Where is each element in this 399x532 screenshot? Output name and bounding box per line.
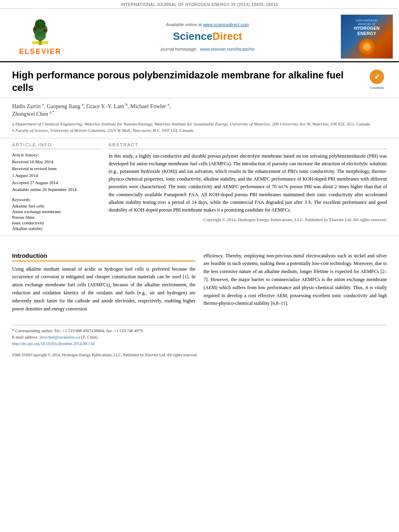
sd-logo-orange: Direct — [212, 30, 242, 42]
keyword-3: Porous films — [12, 215, 101, 220]
sciencedirect-logo: ScienceDirect — [173, 30, 242, 43]
article-info-header: ARTICLE INFO — [12, 142, 101, 149]
keyword-1: Alkaline fuel cells — [12, 203, 101, 208]
article-title: High performance porous polybenzimidazol… — [12, 69, 359, 94]
doi-note: http://dx.doi.org/10.1016/j.ijhydene.201… — [12, 341, 387, 347]
footnote-section: * Corresponding author. Tel.: +1 519 888… — [12, 325, 387, 347]
keyword-5: Alkaline stability — [12, 226, 101, 231]
article-title-section: High performance porous polybenzimidazol… — [0, 62, 399, 98]
corresponding-text: * Corresponding author. Tel.: +1 519 888… — [12, 329, 144, 333]
elsevier-wordmark: ELSEVIER — [19, 47, 61, 56]
journal-header-bar: INTERNATIONAL JOURNAL OF HYDROGEN ENERGY… — [0, 0, 399, 9]
aff-a-text: a Department of Chemical Engineering, Wa… — [12, 121, 370, 127]
authors-list: Hadis Zarrin a, Gaopeng Jiang a, Grace Y… — [12, 102, 387, 117]
keyword-2: Anion exchange membrane — [12, 209, 101, 214]
intro-right-column: efficiency. Thereby, employing non-preci… — [204, 252, 387, 313]
revised-label: Received in revised form — [12, 166, 101, 172]
cover-title: International Journal of HYDROGEN ENERGY — [352, 17, 381, 57]
sciencedirect-area: Available online at www.sciencedirect.co… — [80, 12, 335, 61]
affiliation-a: a Department of Chemical Engineering, Wa… — [12, 121, 387, 127]
crossmark-logo[interactable]: ✓ CrossMark — [367, 69, 387, 89]
author-hadis: Hadis Zarrin a — [12, 103, 44, 109]
svg-text:✓: ✓ — [374, 73, 380, 81]
elsevier-tree-icon — [24, 18, 56, 46]
abstract-text: In this study, a highly ion-conductive a… — [109, 152, 387, 214]
intro-right-text: efficiency. Thereby, employing non-preci… — [204, 252, 387, 308]
email-note: E-mail address: zhwchen@uwaterloo.ca (Z.… — [12, 334, 387, 341]
available-online-label: Available online at — [166, 22, 203, 27]
elsevier-logo-area: ELSEVIER — [0, 12, 80, 61]
journal-cover-area: International Journal of HYDROGEN ENERGY — [335, 12, 399, 61]
available-online-text: Available online at www.sciencedirect.co… — [166, 22, 249, 27]
history-label: Article history: — [12, 152, 101, 157]
corresponding-author-note: * Corresponding author. Tel.: +1 519 888… — [12, 328, 387, 334]
author-zhongwei: Zhongwei Chen a,* — [12, 111, 54, 117]
keywords-label: Keywords: — [12, 197, 101, 202]
journal-title-bar: INTERNATIONAL JOURNAL OF HYDROGEN ENERGY… — [121, 2, 278, 7]
journal-cover-image: International Journal of HYDROGEN ENERGY — [341, 14, 393, 59]
svg-text:CrossMark: CrossMark — [370, 86, 384, 89]
available-date: Available online 26 September 2014 — [12, 187, 101, 193]
revised-date: 1 August 2014 — [12, 173, 101, 179]
elsevier-logo: ELSEVIER — [19, 18, 61, 56]
keywords-section: Keywords: Alkaline fuel cells Anion exch… — [12, 197, 101, 231]
author-michael: Michael Fowler a — [130, 103, 169, 109]
article-info-abstract-section: ARTICLE INFO Article history: Received 1… — [0, 138, 399, 236]
intro-left-column: Introduction Using alkaline medium inste… — [12, 252, 195, 313]
svg-point-4 — [34, 28, 37, 30]
doi-link[interactable]: http://dx.doi.org/10.1016/j.ijhydene.201… — [12, 341, 95, 346]
svg-point-7 — [43, 25, 45, 27]
svg-point-6 — [37, 25, 39, 27]
article-info-column: ARTICLE INFO Article history: Received 1… — [12, 142, 101, 232]
spacer — [0, 236, 399, 248]
sciencedirect-url[interactable]: www.sciencedirect.com — [203, 22, 249, 27]
author-grace: Grace Y.-Y. Lam b — [86, 103, 128, 109]
sd-logo-blue: Science — [173, 30, 212, 42]
affiliation-b: b Faculty of Science, University of Brit… — [12, 127, 387, 134]
journal-homepage-area: journal homepage: www.elsevier.com/locat… — [160, 47, 254, 51]
email-link[interactable]: zhwchen@uwaterloo.ca — [39, 335, 80, 339]
header-section: ELSEVIER Available online at www.science… — [0, 9, 399, 62]
svg-point-5 — [44, 29, 46, 32]
affiliations: a Department of Chemical Engineering, Wa… — [12, 121, 387, 134]
bottom-copyright-text: 0360-3199/Copyright © 2014, Hydrogen Ene… — [12, 353, 197, 357]
svg-point-3 — [35, 19, 45, 29]
abstract-copyright: Copyright © 2014, Hydrogen Energy Public… — [109, 217, 387, 222]
journal-homepage-label: journal homepage: — [160, 47, 197, 51]
received-date: Received 16 May 2014 — [12, 159, 101, 165]
accepted-date: Accepted 27 August 2014 — [12, 180, 101, 186]
aff-b-text: b Faculty of Science, University of Brit… — [12, 127, 193, 134]
journal-homepage-url[interactable]: www.elsevier.com/locate/he — [200, 47, 255, 51]
email-author: (Z. Chen). — [81, 335, 99, 339]
introduction-section: Introduction Using alkaline medium inste… — [0, 248, 399, 317]
email-label: E-mail address: — [12, 335, 39, 339]
intro-left-text: Using alkaline medium instead of acidic … — [12, 265, 195, 313]
bottom-copyright-bar: 0360-3199/Copyright © 2014, Hydrogen Ene… — [0, 350, 399, 359]
keyword-4: Ionic conductivity — [12, 220, 101, 225]
abstract-column: ABSTRACT In this study, a highly ion-con… — [109, 142, 387, 232]
abstract-header: ABSTRACT — [109, 142, 387, 149]
authors-section: Hadis Zarrin a, Gaopeng Jiang a, Grace Y… — [0, 98, 399, 138]
author-gaopeng: Gaopeng Jiang a — [47, 103, 84, 109]
intro-section-title: Introduction — [12, 252, 195, 261]
